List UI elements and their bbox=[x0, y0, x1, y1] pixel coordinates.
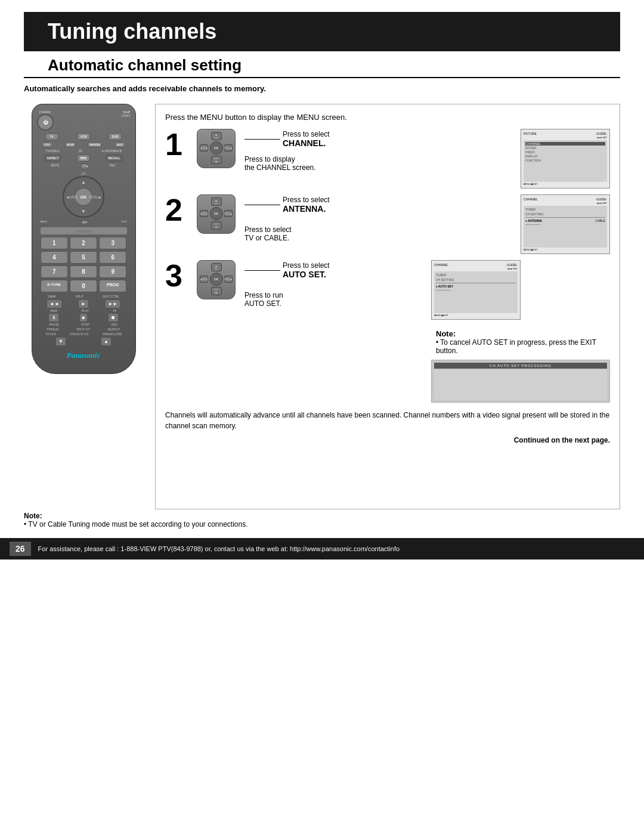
remote-ff-btn: ►► bbox=[105, 299, 120, 308]
note-title: Note: bbox=[436, 329, 610, 338]
screen2-menu: MENU◉EXIT bbox=[524, 248, 538, 251]
step-1-section: 1 ▲ CH ◄VOL OK VOL► bbox=[165, 129, 610, 188]
remote-control-illustration: POWER ⏻ SAP LIGHT TV VCR DVD DTV RCVR DB… bbox=[24, 98, 143, 509]
remote-btn-5: 5 bbox=[70, 251, 97, 264]
page-title: Tuning channels bbox=[24, 12, 620, 51]
remote-stop-label: STOP bbox=[81, 323, 89, 326]
remote-btn-7: 7 bbox=[41, 265, 68, 278]
screen1-guide: -GUIDE- bbox=[596, 132, 607, 135]
screen3-dots: •••••••••••••••••• bbox=[436, 289, 516, 292]
remote-tvvideo-label: TV/VIDEO bbox=[45, 149, 59, 153]
step-1-number: 1 bbox=[165, 129, 189, 188]
footer-page-number: 26 bbox=[10, 542, 31, 556]
remote-rec-btn: ⏺ bbox=[108, 313, 119, 322]
screen1-picture: PICTURE bbox=[524, 132, 537, 135]
step3-vol-left-btn: ◄VOL bbox=[200, 276, 208, 283]
screen3-ch-setting: CH SETTING bbox=[436, 278, 454, 282]
screen1-function: FUNCTION bbox=[525, 159, 605, 162]
screen3-channel-title: CHANNEL bbox=[434, 263, 448, 267]
remote-btn-6: 6 bbox=[99, 251, 126, 264]
remote-dvd-btn: DVD bbox=[109, 133, 122, 140]
screen2-antenna: ♦ ANTENNA bbox=[525, 219, 542, 222]
step3-second-label: Press to run bbox=[244, 291, 425, 299]
auto-set-proceeding-screen: CH AUTO SET PROCEEDING bbox=[431, 360, 610, 403]
remote-splitctrl-label: SPLIT CTRL bbox=[103, 295, 119, 298]
remote-aspect-btn: ASPECT bbox=[44, 154, 61, 162]
remote-search-label: SEARCH bbox=[107, 327, 120, 331]
note-box: Note: • To cancel AUTO SET in progress, … bbox=[431, 329, 610, 355]
remote-freeze-label: FREEZE bbox=[47, 327, 59, 331]
step1-ok-btn: OK bbox=[210, 141, 223, 154]
bottom-note-title: Note: bbox=[24, 512, 620, 520]
remote-splitchlabel: SPLIT CH bbox=[76, 327, 89, 331]
step3-ch-up-btn: ▲ CH bbox=[211, 263, 222, 271]
step-2-number: 2 bbox=[165, 194, 189, 254]
step-1-screen: PICTURE -GUIDE- ◄●►SET CHANNEL SOUND VID… bbox=[521, 129, 610, 188]
panasonic-logo: Panasonic bbox=[37, 347, 131, 361]
screen3-autoset: ♦ AUTO SET bbox=[436, 285, 453, 288]
remote-menu-label: MENU bbox=[41, 220, 48, 225]
remote-btn-9: 9 bbox=[99, 265, 126, 278]
remote-vcr-btn: VCR bbox=[77, 133, 90, 140]
remote-open-label: OPEN/CLOSE bbox=[103, 332, 122, 336]
step-3-content: ▲ CH ◄VOL OK VOL► CH ▼ bbox=[194, 260, 610, 403]
bottom-paragraph: Channels will automatically advance unti… bbox=[165, 410, 610, 431]
step2-second-action: TV or CABLE. bbox=[244, 234, 515, 242]
remote-play-label: PLAY bbox=[82, 309, 89, 313]
remote-pause-btn: ⏸ bbox=[48, 313, 59, 322]
jog-arrow-right: VOL► bbox=[89, 195, 102, 199]
step2-second-label: Press to select bbox=[244, 225, 515, 234]
remote-btn-3: 3 bbox=[99, 237, 126, 249]
step2-vol-right-btn: VOL► bbox=[224, 210, 233, 217]
step1-vol-right-btn: VOL► bbox=[224, 144, 233, 152]
instructions-panel: Press the MENU button to display the MEN… bbox=[155, 104, 620, 509]
step-3-number: 3 bbox=[165, 260, 189, 403]
step-1-content: ▲ CH ◄VOL OK VOL► CH ▼ bbox=[194, 129, 610, 188]
jog-arrow-left: ◄VOL bbox=[66, 195, 78, 199]
remote-btn-0: 0 bbox=[70, 280, 97, 292]
remote-dbs-cbl-btn: DBS/CBL bbox=[88, 142, 102, 147]
remote-mute-label: MUTE bbox=[51, 163, 60, 169]
bottom-note-item-1: • TV or Cable Tuning mode must be set ac… bbox=[24, 520, 620, 528]
step-2-section: 2 ▲ CH ◄VOL OK VOL► bbox=[165, 194, 610, 254]
step1-vol-left-btn: ◄VOL bbox=[200, 144, 208, 152]
step3-autoset-label: AUTO SET. bbox=[283, 270, 330, 279]
remote-tvvcr-label: TV/VCR bbox=[45, 332, 56, 336]
remote-ff-label: FF bbox=[113, 309, 117, 313]
remote-bbe-btn: BBE bbox=[77, 154, 91, 162]
remote-btn-1: 1 bbox=[41, 237, 68, 249]
remote-stop-btn: ■ bbox=[79, 313, 88, 322]
step-1-text: Press to select CHANNEL. Press to displa… bbox=[244, 129, 515, 172]
step3-second-action: AUTO SET. bbox=[244, 299, 425, 308]
step2-ok-btn: OK bbox=[210, 207, 223, 220]
screen3-tuner: TUNER bbox=[436, 273, 446, 277]
remote-antenna-label: A·ANTENNA·B bbox=[101, 149, 121, 153]
remote-numpad: 1 2 3 4 5 6 7 8 9 R-TUNE 0 PROG bbox=[41, 237, 127, 292]
main-content: POWER ⏻ SAP LIGHT TV VCR DVD DTV RCVR DB… bbox=[0, 98, 644, 509]
screen1-channel-row: CHANNEL bbox=[527, 142, 541, 146]
step3-ch-down-btn: CH ▼ bbox=[211, 287, 222, 295]
remote-btn-8: 8 bbox=[70, 265, 97, 278]
step-1-mini-remote: ▲ CH ◄VOL OK VOL► CH ▼ bbox=[194, 129, 239, 169]
step-2-text: Press to select ANTENNA. Press to select… bbox=[244, 194, 515, 242]
remote-dtv-btn: DTV bbox=[42, 142, 52, 147]
step3-vol-right-btn: VOL► bbox=[224, 276, 233, 283]
screen2-channel-title: CHANNEL bbox=[524, 197, 538, 201]
step2-press-label: Press to select bbox=[283, 196, 330, 204]
remote-swap-label: SWAP bbox=[48, 295, 57, 298]
remote-s2-label: S2 bbox=[79, 149, 82, 153]
remote-power-button: ⏻ bbox=[37, 114, 54, 131]
step1-ch-down-btn: CH ▼ bbox=[211, 156, 222, 164]
step-2-mini-remote: ▲ CH ◄VOL OK VOL► CH ▼ bbox=[194, 194, 239, 234]
step-3-mini-remote: ▲ CH ◄VOL OK VOL► CH ▼ bbox=[194, 260, 239, 299]
step-3-screen: CHANNEL -GUIDE- ◄●►SET TUNER CH SETTING bbox=[431, 260, 521, 320]
screen3-menu: MENU◉EXIT bbox=[434, 314, 448, 317]
remote-rec-label: REC bbox=[110, 163, 116, 169]
screen1-video: VIDEO bbox=[525, 150, 605, 154]
remote-play-btn: ► bbox=[78, 299, 89, 308]
step-2-content: ▲ CH ◄VOL OK VOL► CH ▼ bbox=[194, 194, 610, 254]
step-3-section: 3 ▲ CH ◄VOL OK VOL► bbox=[165, 260, 610, 403]
remote-btn-2: 2 bbox=[70, 237, 97, 249]
remote-speaker-bar: |||||||||||||||||||||||||||| bbox=[41, 227, 127, 234]
screen1-sound: SOUND bbox=[525, 146, 605, 150]
